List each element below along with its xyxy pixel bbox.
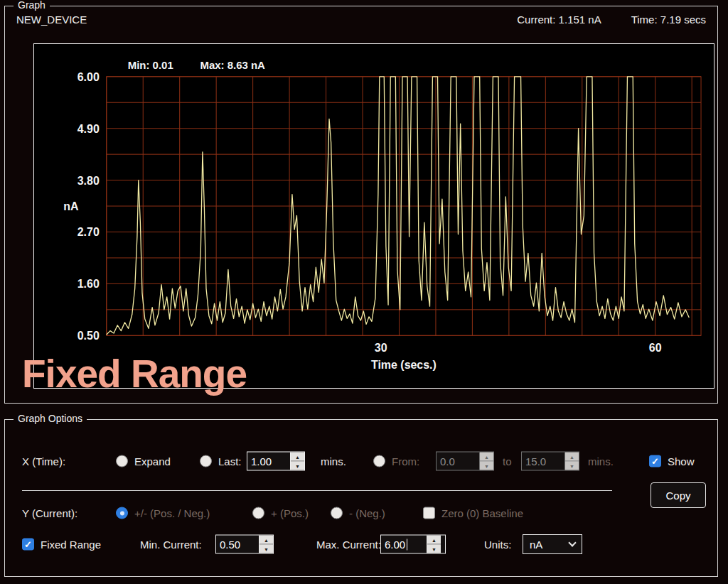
- current-readout: Current: 1.151 nA: [517, 13, 601, 26]
- max-current-label: Max. Current:: [316, 539, 381, 551]
- chevron-down-icon: [568, 539, 576, 546]
- fixed-range-checkbox[interactable]: [22, 539, 34, 551]
- y-current-label: Y (Current):: [22, 507, 77, 519]
- svg-text:0.50: 0.50: [77, 330, 100, 342]
- svg-text:2.70: 2.70: [77, 226, 100, 238]
- spin-down-icon[interactable]: ▼: [259, 544, 273, 553]
- last-radio[interactable]: [200, 455, 212, 467]
- y-current-row: Y (Current): +/- (Pos. / Neg.) + (Pos.) …: [5, 502, 717, 524]
- spin-down-icon[interactable]: ▼: [291, 461, 304, 470]
- to-spinner: 15.0 ▲ ▼: [521, 452, 579, 471]
- svg-text:6.00: 6.00: [77, 71, 100, 83]
- to-value: 15.0: [522, 453, 564, 470]
- graph-options-group: Graph Options X (Time): Expand Last: 1.0…: [4, 419, 718, 577]
- from-radio-label[interactable]: From:: [392, 455, 419, 467]
- neg-radio[interactable]: [331, 507, 343, 519]
- pos-neg-radio-label[interactable]: +/- (Pos. / Neg.): [134, 507, 210, 519]
- from-spinner: 0.0 ▲ ▼: [436, 452, 494, 471]
- from-radio[interactable]: [373, 455, 385, 467]
- units-label: Units:: [484, 539, 511, 551]
- spin-up-icon[interactable]: ▲: [291, 453, 304, 461]
- min-current-value[interactable]: 0.50: [216, 536, 259, 553]
- min-current-spinner[interactable]: 0.50 ▲ ▼: [215, 535, 274, 554]
- x-time-label: X (Time):: [22, 455, 65, 467]
- svg-text:4.90: 4.90: [77, 123, 100, 135]
- spin-up-icon[interactable]: ▲: [259, 536, 273, 544]
- fixed-range-watermark: Fixed Range: [22, 355, 247, 394]
- fixed-range-row: Fixed Range Min. Current: 0.50 ▲ ▼ Max. …: [5, 533, 717, 556]
- units-value: nA: [530, 539, 542, 551]
- spin-down-icon: ▼: [565, 461, 579, 470]
- mins-label-2: mins.: [588, 455, 614, 467]
- from-value: 0.0: [437, 453, 479, 470]
- last-radio-label[interactable]: Last:: [218, 455, 242, 467]
- show-checkbox-label[interactable]: Show: [668, 455, 695, 467]
- zero-baseline-checkbox[interactable]: [423, 507, 435, 519]
- last-mins-value[interactable]: 1.00: [247, 453, 290, 470]
- max-current-spinner[interactable]: 6.00 ▲ ▼: [380, 535, 446, 554]
- pos-radio[interactable]: [252, 507, 264, 519]
- svg-text:30: 30: [375, 342, 387, 354]
- zero-baseline-label[interactable]: Zero (0) Baseline: [441, 507, 523, 519]
- spin-down-icon: ▼: [480, 461, 493, 470]
- spinner-buttons[interactable]: ▲ ▼: [259, 536, 273, 553]
- spin-down-icon[interactable]: ▼: [427, 544, 441, 553]
- svg-text:Time (secs.): Time (secs.): [371, 359, 437, 371]
- spin-up-icon: ▲: [480, 453, 493, 461]
- graph-options-label: Graph Options: [14, 413, 87, 424]
- spin-up-icon: ▲: [565, 453, 579, 461]
- pos-radio-label[interactable]: + (Pos.): [271, 507, 309, 519]
- svg-text:nA: nA: [63, 200, 79, 212]
- time-readout: Time: 7.19 secs: [631, 13, 706, 26]
- svg-text:Min: 0.01: Min: 0.01: [128, 59, 173, 71]
- fixed-range-checkbox-label[interactable]: Fixed Range: [41, 539, 101, 551]
- spinner-buttons: ▲ ▼: [564, 453, 579, 470]
- last-mins-spinner[interactable]: 1.00 ▲ ▼: [247, 452, 305, 471]
- mins-label: mins.: [321, 455, 346, 467]
- expand-radio[interactable]: [116, 455, 128, 467]
- spinner-buttons: ▲ ▼: [479, 453, 493, 470]
- expand-radio-label[interactable]: Expand: [134, 455, 171, 467]
- svg-text:1.60: 1.60: [77, 278, 100, 290]
- min-current-label: Min. Current:: [140, 539, 202, 551]
- options-divider: [22, 490, 612, 491]
- spinner-buttons[interactable]: ▲ ▼: [290, 453, 304, 470]
- screen: Graph NEW_DEVICE Current: 1.151 nA Time:…: [0, 0, 728, 584]
- svg-text:3.80: 3.80: [77, 175, 100, 187]
- svg-text:60: 60: [649, 342, 662, 354]
- to-label: to: [503, 455, 512, 467]
- pos-neg-radio[interactable]: [116, 507, 128, 519]
- neg-radio-label[interactable]: - (Neg.): [349, 507, 385, 519]
- chart-area: 6.004.903.802.701.600.503060nATime (secs…: [33, 43, 714, 389]
- spin-up-icon[interactable]: ▲: [427, 536, 441, 544]
- text-caret: [407, 539, 407, 550]
- svg-text:Max: 8.63 nA: Max: 8.63 nA: [200, 59, 266, 71]
- x-time-row: X (Time): Expand Last: 1.00 ▲ ▼ mins. Fr…: [5, 450, 717, 472]
- chart-svg: 6.004.903.802.701.600.503060nATime (secs…: [34, 44, 714, 388]
- show-checkbox[interactable]: [649, 455, 661, 467]
- units-dropdown[interactable]: nA: [523, 534, 582, 554]
- graph-header: NEW_DEVICE Current: 1.151 nA Time: 7.19 …: [16, 13, 706, 26]
- spinner-buttons[interactable]: ▲ ▼: [427, 536, 441, 553]
- device-name: NEW_DEVICE: [16, 13, 87, 26]
- graph-group: Graph NEW_DEVICE Current: 1.151 nA Time:…: [4, 6, 718, 404]
- max-current-value[interactable]: 6.00: [381, 536, 427, 553]
- graph-group-label: Graph: [14, 0, 50, 11]
